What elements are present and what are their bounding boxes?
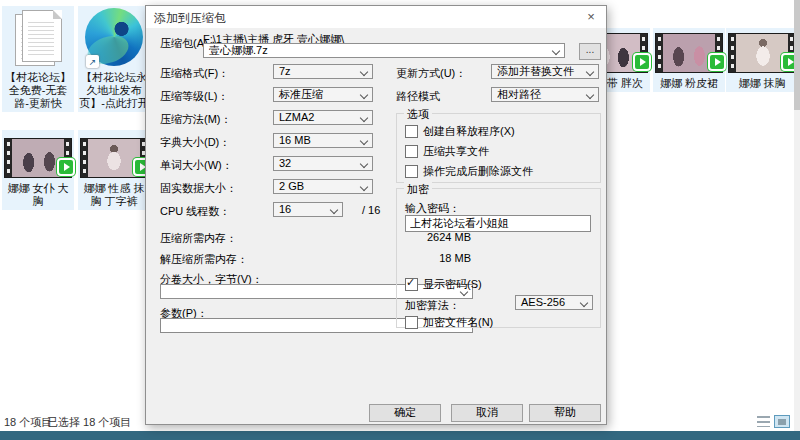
show-password-checkbox[interactable]: 显示密码(S) <box>405 277 482 292</box>
encryption-method-select[interactable]: AES-256 <box>515 295 593 310</box>
ok-button[interactable]: 确定 <box>369 404 441 422</box>
path-mode-label: 路径模式 <box>396 89 440 104</box>
file-icon-video-1[interactable]: 娜娜 女仆 大胸 <box>2 130 74 210</box>
archive-name: 壹心娜娜.7z <box>209 44 268 56</box>
checkbox-icon[interactable] <box>405 316 418 329</box>
dialog-title: 添加到压缩包 <box>154 10 226 27</box>
file-label: 娜娜 性感 抹胸 丁字裤 <box>78 181 150 210</box>
chevron-down-icon <box>580 299 588 307</box>
checkbox-icon[interactable] <box>405 278 418 291</box>
cpu-threads-max: / 16 <box>362 204 380 216</box>
video-thumbnail <box>655 33 723 73</box>
path-mode-select[interactable]: 相对路径 <box>491 87 599 102</box>
cancel-button[interactable]: 取消 <box>451 404 523 422</box>
chevron-down-icon <box>360 137 368 145</box>
play-badge-icon <box>708 53 726 71</box>
method-label: 压缩方法(M)： <box>160 112 232 127</box>
scrollbar-thumb[interactable] <box>794 0 800 110</box>
help-button[interactable]: 帮助 <box>529 404 601 422</box>
file-icon-video-2[interactable]: 娜娜 性感 抹胸 丁字裤 <box>78 130 150 210</box>
format-select[interactable]: 7z <box>273 64 373 79</box>
chevron-down-icon <box>586 91 594 99</box>
delete-after-checkbox[interactable]: 操作完成后删除源文件 <box>405 164 533 179</box>
password-input[interactable] <box>405 215 591 232</box>
video-thumbnail <box>80 138 148 178</box>
format-label: 压缩格式(F)： <box>160 66 229 81</box>
vertical-scrollbar[interactable] <box>794 0 800 431</box>
play-badge-icon <box>633 53 651 71</box>
chevron-down-icon <box>360 114 368 122</box>
encrypt-filenames-checkbox[interactable]: 加密文件名(N) <box>405 315 493 330</box>
file-icon-video-4[interactable]: 娜娜 粉皮裙 <box>653 28 725 92</box>
dictionary-select[interactable]: 16 MB <box>273 133 373 148</box>
encryption-group-title: 加密 <box>404 182 432 197</box>
cpu-threads-select[interactable]: 16 <box>273 202 343 217</box>
explorer-window: 【村花论坛】全免费-无套路-更新快 ↗ 【村花论坛永久地址发布页】-点此打开 娜… <box>0 0 800 440</box>
update-mode-select[interactable]: 添加并替换文件 <box>491 64 599 79</box>
chevron-down-icon <box>360 183 368 191</box>
statusbar-selection-count: 已选择 18 个项目 <box>47 415 131 430</box>
encryption-method-label: 加密算法： <box>405 298 460 313</box>
checkbox-icon[interactable] <box>405 145 418 158</box>
solid-size-select[interactable]: 2 GB <box>273 179 373 194</box>
file-icon-forum-textfile[interactable]: 【村花论坛】全免费-无套路-更新快 <box>2 6 74 112</box>
text-document-icon <box>15 10 61 68</box>
file-label: 娜娜 抹胸 <box>726 76 798 92</box>
file-label: 娜娜 粉皮裙 <box>653 76 725 92</box>
checkbox-icon[interactable] <box>405 125 418 138</box>
shortcut-arrow-icon: ↗ <box>86 55 99 68</box>
level-label: 压缩等级(L)： <box>160 89 228 104</box>
file-icon-video-5[interactable]: 娜娜 抹胸 <box>726 28 798 92</box>
thumbnails-view-icon[interactable] <box>774 415 790 428</box>
dictionary-label: 字典大小(D)： <box>160 135 230 150</box>
archive-name-combobox[interactable]: 壹心娜娜.7z <box>203 43 565 58</box>
chevron-down-icon <box>330 206 338 214</box>
memory-compress-label: 压缩所需内存： <box>160 231 237 246</box>
file-label: 【村花论坛】全免费-无套路-更新快 <box>2 70 74 112</box>
encryption-group: 加密 输入密码： 显示密码(S) 加密算法： AES-256 加密文件名(N) <box>396 188 601 328</box>
chevron-down-icon <box>552 47 560 55</box>
video-thumbnail <box>4 138 72 178</box>
details-view-icon[interactable] <box>757 416 770 427</box>
options-group-title: 选项 <box>404 107 432 122</box>
chevron-down-icon <box>360 160 368 168</box>
level-select[interactable]: 标准压缩 <box>273 87 373 102</box>
checkbox-icon[interactable] <box>405 165 418 178</box>
memory-decompress-label: 解压缩所需内存： <box>160 252 248 267</box>
options-group: 选项 创建自释放程序(X) 压缩共享文件 操作完成后删除源文件 <box>396 113 601 183</box>
create-sfx-checkbox[interactable]: 创建自释放程序(X) <box>405 124 515 139</box>
view-toggle-buttons <box>757 415 790 428</box>
add-to-archive-dialog: 添加到压缩包 × 压缩包(A)： F:\1主播\主播 虎牙 壹心娜娜\ 壹心娜娜… <box>145 5 607 425</box>
word-size-label: 单词大小(W)： <box>160 158 233 173</box>
update-mode-label: 更新方式(U)： <box>396 66 466 81</box>
play-badge-icon <box>57 158 75 176</box>
file-label: 娜娜 女仆 大胸 <box>2 181 74 210</box>
compress-shared-checkbox[interactable]: 压缩共享文件 <box>405 144 489 159</box>
video-thumbnail <box>728 33 796 73</box>
chevron-down-icon <box>360 91 368 99</box>
file-icon-edge-shortcut[interactable]: ↗ 【村花论坛永久地址发布页】-点此打开 <box>78 6 150 112</box>
solid-size-label: 固实数据大小： <box>160 181 237 196</box>
close-icon[interactable]: × <box>582 8 600 26</box>
statusbar-item-count: 18 个项目 <box>4 415 52 430</box>
method-select[interactable]: LZMA2 <box>273 110 373 125</box>
cpu-threads-label: CPU 线程数： <box>160 204 230 219</box>
word-size-select[interactable]: 32 <box>273 156 373 171</box>
password-label: 输入密码： <box>405 201 460 216</box>
taskbar-edge[interactable] <box>0 431 800 440</box>
dialog-titlebar[interactable]: 添加到压缩包 × <box>146 6 606 28</box>
chevron-down-icon <box>586 68 594 76</box>
file-label: 【村花论坛永久地址发布页】-点此打开 <box>78 70 150 112</box>
chevron-down-icon <box>360 68 368 76</box>
browse-button[interactable]: ... <box>579 43 601 60</box>
